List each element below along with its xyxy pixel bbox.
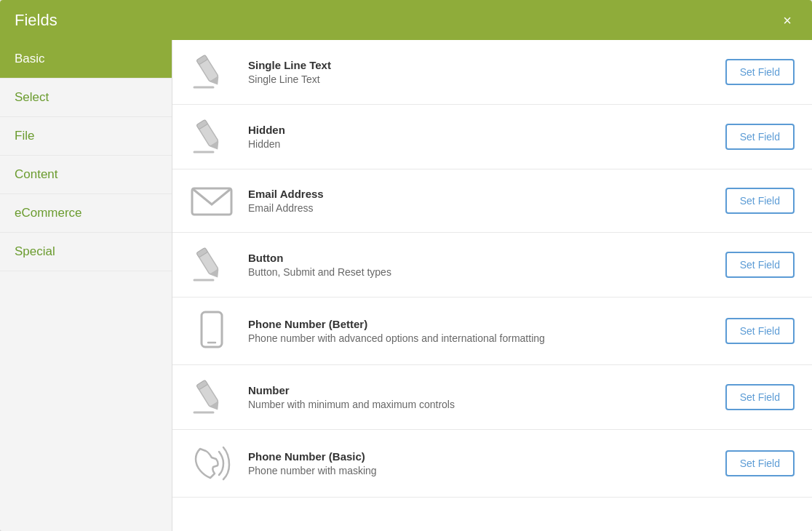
set-field-button-hidden[interactable]: Set Field <box>725 124 795 150</box>
sidebar-item-file[interactable]: File <box>0 117 172 156</box>
field-desc-email-address: Email Address <box>248 202 711 214</box>
set-field-button-email-address[interactable]: Set Field <box>725 188 795 214</box>
close-button[interactable]: × <box>777 10 797 31</box>
sidebar-item-special[interactable]: Special <box>0 233 172 271</box>
content-area: Single Line TextSingle Line TextSet Fiel… <box>172 40 812 531</box>
modal-body: BasicSelectFileContenteCommerceSpecial S… <box>0 40 812 531</box>
sidebar: BasicSelectFileContenteCommerceSpecial <box>0 40 172 531</box>
field-row-button: ButtonButton, Submit and Reset typesSet … <box>172 233 812 298</box>
field-icon-envelope <box>190 183 234 219</box>
field-row-single-line-text: Single Line TextSingle Line TextSet Fiel… <box>172 40 812 105</box>
modal-title: Fields <box>15 11 57 30</box>
field-name-phone-number-basic: Phone Number (Basic) <box>248 450 711 463</box>
set-field-button-phone-number-basic[interactable]: Set Field <box>725 450 795 476</box>
field-name-single-line-text: Single Line Text <box>248 59 711 71</box>
field-row-phone-number-basic: Phone Number (Basic)Phone number with ma… <box>172 430 812 498</box>
field-text-email-address: Email AddressEmail Address <box>248 188 711 214</box>
field-name-number: Number <box>248 384 711 396</box>
field-desc-hidden: Hidden <box>248 138 711 150</box>
field-text-number: NumberNumber with minimum and maximum co… <box>248 384 711 410</box>
field-row-phone-number-better: Phone Number (Better)Phone number with a… <box>172 298 812 365</box>
field-name-hidden: Hidden <box>248 124 711 136</box>
field-text-single-line-text: Single Line TextSingle Line Text <box>248 59 711 85</box>
field-icon-phone-wave <box>190 443 234 484</box>
sidebar-item-basic[interactable]: Basic <box>0 40 172 79</box>
sidebar-item-select[interactable]: Select <box>0 79 172 117</box>
sidebar-item-ecommerce[interactable]: eCommerce <box>0 194 172 233</box>
fields-modal: Fields × BasicSelectFileContenteCommerce… <box>0 0 812 531</box>
field-text-phone-number-better: Phone Number (Better)Phone number with a… <box>248 318 711 344</box>
field-icon-pencil <box>190 118 234 156</box>
field-icon-pencil <box>190 378 234 416</box>
set-field-button-phone-number-better[interactable]: Set Field <box>725 318 795 344</box>
field-text-hidden: HiddenHidden <box>248 124 711 150</box>
field-desc-phone-number-better: Phone number with advanced options and i… <box>248 332 711 344</box>
field-icon-pencil <box>190 246 234 284</box>
set-field-button-number[interactable]: Set Field <box>725 384 795 410</box>
field-desc-single-line-text: Single Line Text <box>248 73 711 85</box>
field-text-button: ButtonButton, Submit and Reset types <box>248 252 711 278</box>
set-field-button-button[interactable]: Set Field <box>725 252 795 278</box>
field-name-button: Button <box>248 252 711 264</box>
field-row-email-address: Email AddressEmail AddressSet Field <box>172 169 812 233</box>
field-name-phone-number-better: Phone Number (Better) <box>248 318 711 330</box>
field-icon-mobile <box>190 311 234 351</box>
field-row-hidden: HiddenHiddenSet Field <box>172 105 812 169</box>
field-text-phone-number-basic: Phone Number (Basic)Phone number with ma… <box>248 450 711 476</box>
field-desc-number: Number with minimum and maximum controls <box>248 399 711 410</box>
field-row-number: NumberNumber with minimum and maximum co… <box>172 365 812 430</box>
field-desc-phone-number-basic: Phone number with masking <box>248 465 711 476</box>
field-desc-button: Button, Submit and Reset types <box>248 266 711 278</box>
set-field-button-single-line-text[interactable]: Set Field <box>725 59 795 85</box>
field-icon-pencil <box>190 53 234 91</box>
field-name-email-address: Email Address <box>248 188 711 200</box>
sidebar-item-content[interactable]: Content <box>0 156 172 194</box>
modal-header: Fields × <box>0 0 812 40</box>
